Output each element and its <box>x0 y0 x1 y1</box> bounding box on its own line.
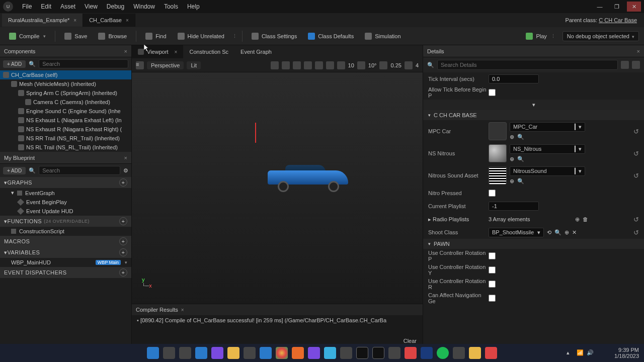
close-icon[interactable]: × <box>124 155 127 161</box>
menu-debug[interactable]: Debug <box>107 3 124 10</box>
task-icon[interactable] <box>405 347 417 359</box>
use-icon[interactable]: ⊕ <box>510 178 514 185</box>
maximize-button[interactable]: ❐ <box>610 2 624 12</box>
variable-type-pill[interactable]: WBP Main <box>96 260 121 265</box>
chrome-icon[interactable] <box>276 347 288 359</box>
ps-icon[interactable] <box>421 347 433 359</box>
use-icon[interactable]: ⊕ <box>510 134 514 140</box>
blueprint-search-input[interactable] <box>39 166 120 175</box>
viewport[interactable]: y└─x <box>132 72 423 304</box>
explorer-icon[interactable] <box>227 347 239 359</box>
menu-view[interactable]: View <box>85 3 98 10</box>
functions-section[interactable]: ▾ FUNCTIONS (24 OVERRIDABLE)+ <box>0 216 131 227</box>
nitro-pressed-checkbox[interactable] <box>489 190 496 197</box>
ue-icon[interactable] <box>356 347 368 359</box>
add-icon[interactable]: + <box>119 178 127 187</box>
allow-tick-checkbox[interactable] <box>489 89 496 96</box>
rotate-icon[interactable] <box>293 61 301 69</box>
close-icon[interactable]: × <box>73 18 76 23</box>
mpc-car-select[interactable]: MPC_Car▎▾ <box>510 122 585 132</box>
rot-roll-checkbox[interactable] <box>489 281 496 288</box>
search-icon[interactable] <box>163 347 175 359</box>
reset-icon[interactable]: ↺ <box>633 150 639 157</box>
scale-icon[interactable] <box>304 61 312 69</box>
tab-construction[interactable]: Construction Sc <box>183 45 234 58</box>
scale-value[interactable]: 0.25 <box>390 62 401 68</box>
component-item[interactable]: NS Exhaust L (Niagara Exhast Left) (In <box>0 116 131 125</box>
menu-file[interactable]: File <box>22 3 32 10</box>
scale-snap-icon[interactable] <box>379 61 387 69</box>
hide-unrelated-button[interactable]: Hide Unrelated <box>174 31 228 42</box>
grid-view-icon[interactable] <box>621 61 629 69</box>
app-logo-icon[interactable]: U <box>3 2 13 12</box>
menu-tools[interactable]: Tools <box>164 3 178 10</box>
store-icon[interactable] <box>244 347 256 359</box>
browse-icon[interactable]: 🔍 <box>517 178 524 185</box>
add-icon[interactable]: + <box>119 268 127 277</box>
class-settings-button[interactable]: Class Settings <box>248 31 301 42</box>
asset-thumbnail[interactable] <box>489 144 507 162</box>
asset-thumbnail[interactable] <box>489 122 507 140</box>
ue-icon[interactable] <box>372 347 384 359</box>
tick-interval-input[interactable] <box>489 74 539 83</box>
event-beginplay[interactable]: Event BeginPlay <box>0 198 131 207</box>
compile-button[interactable]: Compile▾ <box>5 31 50 42</box>
chevron-down-icon[interactable]: ▾ <box>532 102 535 108</box>
simulation-button[interactable]: Simulation <box>361 31 405 42</box>
wifi-icon[interactable]: 📶 <box>577 349 584 356</box>
variable-wbp-mainhud[interactable]: WBP_MainHUDWBP Main▾ <box>0 258 131 267</box>
task-icon[interactable] <box>453 347 465 359</box>
angle-icon[interactable] <box>357 61 365 69</box>
rot-yaw-checkbox[interactable] <box>489 266 496 274</box>
rot-pitch-checkbox[interactable] <box>489 252 496 259</box>
task-icon[interactable] <box>340 347 352 359</box>
parent-class-link[interactable]: C CH Car Base <box>599 17 637 23</box>
components-search-input[interactable] <box>39 59 128 68</box>
menu-icon[interactable]: ≡ <box>136 61 144 69</box>
lit-button[interactable]: Lit <box>187 61 201 69</box>
shoot-class-select[interactable]: BP_ShootMissile▾ <box>489 228 544 237</box>
tray-icon[interactable]: ▴ <box>567 349 574 356</box>
menu-window[interactable]: Window <box>133 3 155 10</box>
close-icon[interactable]: × <box>175 49 178 55</box>
component-item[interactable]: Spring Arm C (SpringArm) (Inherited) <box>0 88 131 98</box>
close-icon[interactable]: × <box>126 18 129 23</box>
tab-ch-carbase[interactable]: CH_CarBase × <box>83 14 135 27</box>
camera-value[interactable]: 4 <box>416 62 419 68</box>
task-icon[interactable] <box>211 347 223 359</box>
start-icon[interactable] <box>147 347 159 359</box>
browse-icon[interactable]: 🔍 <box>554 229 561 236</box>
vs-icon[interactable] <box>308 347 320 359</box>
car-mesh[interactable] <box>258 163 358 193</box>
epic-icon[interactable] <box>388 347 400 359</box>
find-button[interactable]: Find <box>141 31 170 42</box>
chevron-down-icon[interactable]: ⋮ <box>232 34 237 39</box>
add-icon[interactable]: + <box>119 237 127 245</box>
grid-value[interactable]: 10 <box>348 62 354 68</box>
use-icon[interactable]: ⊕ <box>510 156 514 162</box>
taskview-icon[interactable] <box>179 347 191 359</box>
dispatchers-section[interactable]: EVENT DISPATCHERS+ <box>0 267 131 278</box>
component-item[interactable]: NS Exhaust R (Niagara Exhast Right) ( <box>0 125 131 134</box>
chevron-down-icon[interactable]: ⋮ <box>551 34 555 39</box>
component-item[interactable]: NS RL Trail (NS_RL_Trail) (Inherited) <box>0 143 131 152</box>
select-icon[interactable] <box>271 61 279 69</box>
nitrous-sound-select[interactable]: NitrousSound▎▾ <box>510 166 585 176</box>
delete-icon[interactable]: 🗑 <box>583 216 588 222</box>
component-item[interactable]: CH_CarBase (self) <box>0 70 131 79</box>
menu-help[interactable]: Help <box>187 3 200 10</box>
category-carbase[interactable]: ▾C CH CAR BASE <box>423 110 644 120</box>
component-item[interactable]: Camera C (Caemra) (Inherited) <box>0 98 131 107</box>
macros-section[interactable]: MACROS+ <box>0 236 131 247</box>
details-search-input[interactable] <box>437 60 618 70</box>
gear-icon[interactable] <box>632 61 640 69</box>
snap2-icon[interactable] <box>326 61 334 69</box>
add-icon[interactable]: + <box>119 248 127 256</box>
save-button[interactable]: Save <box>60 31 91 42</box>
add-icon[interactable]: + <box>119 217 127 225</box>
event-updatehud[interactable]: Event Update HUD <box>0 207 131 216</box>
close-icon[interactable]: × <box>124 48 127 54</box>
variables-section[interactable]: ▾ VARIABLES+ <box>0 247 131 258</box>
browse-icon[interactable]: 🔍 <box>517 156 524 162</box>
reset-icon[interactable]: ↺ <box>633 172 639 179</box>
